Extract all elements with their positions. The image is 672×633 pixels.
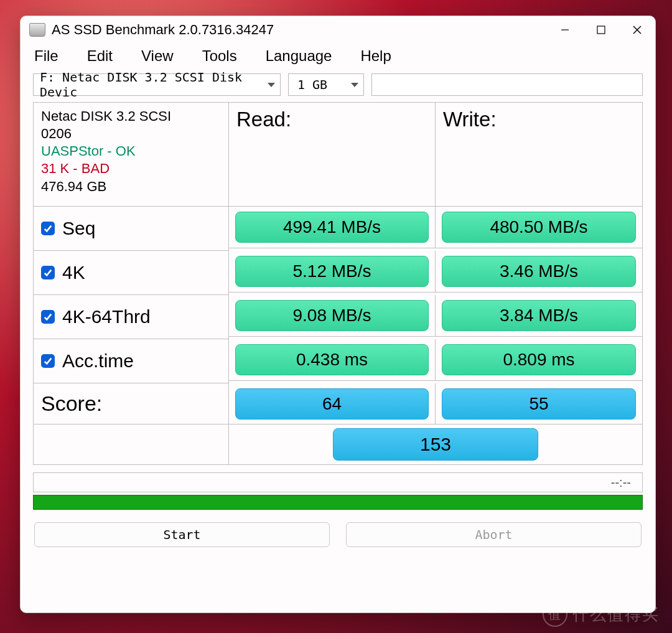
4k64-label: 4K-64Thrd: [62, 306, 151, 327]
chevron-down-icon: [351, 83, 358, 87]
minimize-button[interactable]: [547, 16, 583, 44]
menu-tools[interactable]: Tools: [202, 47, 237, 65]
watermark: 值 什么值得买: [543, 602, 660, 627]
4k64-label-cell: 4K-64Thrd: [34, 295, 229, 339]
progress-bar: [33, 495, 643, 510]
4k-checkbox[interactable]: [41, 266, 55, 279]
device-info-cell: Netac DISK 3.2 SCSI 0206 UASPStor - OK 3…: [34, 103, 229, 207]
maximize-button[interactable]: [583, 16, 619, 44]
device-driver: UASPStor - OK: [41, 143, 136, 159]
4k64-read-value: 9.08 MB/s: [235, 300, 429, 331]
seq-read-value: 499.41 MB/s: [235, 212, 429, 243]
seq-label: Seq: [62, 218, 95, 239]
seq-checkbox[interactable]: [41, 222, 55, 235]
4k64-checkbox[interactable]: [41, 310, 55, 324]
4k-write-cell: 3.46 MB/s: [436, 251, 642, 293]
svg-rect-1: [597, 26, 605, 34]
abort-button: Abort: [346, 522, 642, 547]
menubar: File Edit View Tools Language Help: [21, 44, 655, 73]
window-title: AS SSD Benchmark 2.0.7316.34247: [52, 22, 547, 38]
score-total-spacer: [34, 424, 229, 465]
close-button[interactable]: [619, 16, 655, 44]
acc-read-value: 0.438 ms: [235, 344, 429, 375]
menu-view[interactable]: View: [141, 47, 174, 65]
score-label-cell: Score:: [34, 383, 229, 424]
acc-checkbox[interactable]: [41, 354, 55, 368]
seq-read-cell: 499.41 MB/s: [229, 207, 436, 248]
info-field: [371, 73, 643, 96]
menu-edit[interactable]: Edit: [87, 47, 113, 65]
progress-text: --:--: [33, 472, 643, 492]
score-write-value: 55: [442, 388, 636, 420]
button-row: Start Abort: [21, 510, 655, 547]
menu-file[interactable]: File: [34, 47, 58, 65]
score-write-cell: 55: [436, 383, 642, 424]
watermark-text: 什么值得买: [572, 604, 660, 626]
acc-read-cell: 0.438 ms: [229, 339, 436, 381]
progress-area: --:--: [33, 472, 643, 510]
acc-write-value: 0.809 ms: [442, 344, 636, 375]
4k-label: 4K: [62, 262, 85, 283]
menu-help[interactable]: Help: [360, 47, 391, 65]
menu-language[interactable]: Language: [266, 47, 332, 65]
watermark-icon: 值: [543, 602, 567, 627]
selector-row: F: Netac DISK 3.2 SCSI Disk Devic 1 GB: [21, 73, 655, 96]
read-header: Read:: [229, 103, 436, 207]
4k64-write-value: 3.84 MB/s: [442, 300, 636, 331]
device-capacity: 476.94 GB: [41, 179, 106, 194]
app-icon: [29, 23, 45, 37]
device-name: Netac DISK 3.2 SCSI: [41, 108, 171, 124]
size-select[interactable]: 1 GB: [288, 73, 364, 96]
write-header: Write:: [436, 103, 642, 207]
4k-write-value: 3.46 MB/s: [442, 256, 636, 287]
drive-select[interactable]: F: Netac DISK 3.2 SCSI Disk Devic: [33, 73, 281, 96]
acc-label: Acc.time: [62, 350, 134, 372]
app-window: AS SSD Benchmark 2.0.7316.34247 File Edi…: [20, 16, 656, 613]
score-total-value: 153: [333, 428, 538, 461]
results-panel: Netac DISK 3.2 SCSI 0206 UASPStor - OK 3…: [33, 102, 643, 465]
score-read-value: 64: [235, 388, 429, 420]
4k-label-cell: 4K: [34, 251, 229, 295]
start-button[interactable]: Start: [34, 522, 330, 547]
score-total-cell: 153: [229, 424, 642, 465]
4k64-read-cell: 9.08 MB/s: [229, 295, 436, 337]
size-select-value: 1 GB: [297, 77, 327, 92]
4k-read-value: 5.12 MB/s: [235, 256, 429, 287]
4k-read-cell: 5.12 MB/s: [229, 251, 436, 293]
device-firmware: 0206: [41, 126, 72, 141]
device-alignment: 31 K - BAD: [41, 161, 110, 176]
4k64-write-cell: 3.84 MB/s: [436, 295, 642, 337]
seq-write-value: 480.50 MB/s: [442, 212, 636, 243]
seq-write-cell: 480.50 MB/s: [436, 207, 642, 248]
chevron-down-icon: [268, 83, 275, 87]
score-read-cell: 64: [229, 383, 436, 424]
drive-select-value: F: Netac DISK 3.2 SCSI Disk Devic: [40, 70, 264, 100]
acc-write-cell: 0.809 ms: [436, 339, 642, 381]
titlebar[interactable]: AS SSD Benchmark 2.0.7316.34247: [21, 16, 655, 44]
acc-label-cell: Acc.time: [34, 339, 229, 383]
score-label: Score:: [41, 392, 102, 416]
seq-label-cell: Seq: [34, 207, 229, 251]
